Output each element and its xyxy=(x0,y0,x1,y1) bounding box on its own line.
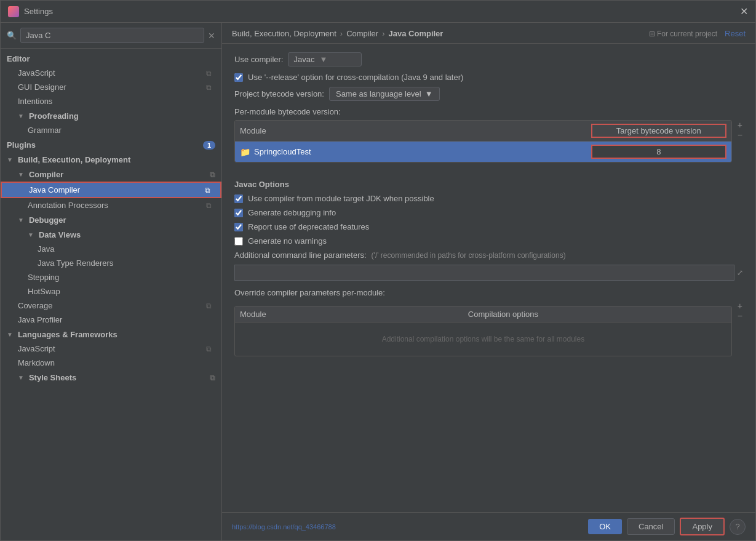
breadcrumb-build: Build, Execution, Deployment xyxy=(232,29,336,38)
ok-button[interactable]: OK xyxy=(588,519,622,534)
check2-label: Generate debugging info xyxy=(248,208,336,217)
table-header: Module Target bytecode version xyxy=(235,121,731,142)
sidebar-item-proofreading[interactable]: ▼ Proofreading xyxy=(1,108,221,123)
close-button[interactable]: ✕ xyxy=(740,6,748,17)
check1-checkbox[interactable] xyxy=(234,194,243,203)
target-cell[interactable]: 8 xyxy=(591,145,726,159)
sidebar-item-coverage[interactable]: Coverage ⧉ xyxy=(1,299,221,313)
check2-checkbox[interactable] xyxy=(234,209,243,217)
dropdown-arrow-icon: ▼ xyxy=(319,55,327,64)
sidebar-item-editor[interactable]: Editor xyxy=(1,51,221,66)
sidebar: 🔍 ✕ Editor JavaScript ⧉ GUI Designer ⧉ xyxy=(1,23,222,540)
additional-params-input[interactable] xyxy=(234,265,734,281)
sidebar-item-stepping[interactable]: Stepping xyxy=(1,270,221,284)
copy-icon-java-compiler: ⧉ xyxy=(205,186,210,194)
breadcrumb-compiler: Compiler xyxy=(346,29,378,38)
check2-row: Generate debugging info xyxy=(234,208,743,217)
module-table: Module Target bytecode version 📁 Springc… xyxy=(234,120,732,162)
triangle-ss-icon: ▼ xyxy=(18,374,24,381)
bytecode-version-row: Project bytecode version: Same as langua… xyxy=(234,87,743,101)
sidebar-item-java-profiler[interactable]: Java Profiler xyxy=(1,313,221,327)
breadcrumb-sep1: › xyxy=(340,29,343,38)
bytecode-arrow-icon: ▼ xyxy=(425,89,433,98)
release-option-row: Use '--release' option for cross-compila… xyxy=(234,73,743,82)
bytecode-value: Same as language level xyxy=(336,89,421,98)
sidebar-item-hotswap[interactable]: HotSwap xyxy=(1,284,221,299)
copy-icon: ⧉ xyxy=(206,69,212,78)
sidebar-item-style-sheets[interactable]: ▼ Style Sheets ⧉ xyxy=(1,370,221,385)
breadcrumb-sep2: › xyxy=(382,29,384,38)
triangle-languages-icon: ▼ xyxy=(7,331,13,338)
sidebar-item-debugger[interactable]: ▼ Debugger xyxy=(1,212,221,227)
ot-col-options: Compilation options xyxy=(468,310,726,319)
triangle-debugger-icon: ▼ xyxy=(18,217,24,223)
override-table-header: Module Compilation options xyxy=(235,307,731,323)
search-input[interactable] xyxy=(20,28,204,43)
per-module-label: Per-module bytecode version: xyxy=(234,107,743,116)
override-add-minus: + − xyxy=(737,301,743,321)
additional-params-hint: ('/' recommended in paths for cross-plat… xyxy=(372,251,566,260)
sidebar-item-annotation-processors[interactable]: Annotation Processors ⧉ xyxy=(1,198,221,212)
editor-label: Editor xyxy=(7,54,30,63)
copy-icon-coverage: ⧉ xyxy=(206,302,212,310)
help-button[interactable]: ? xyxy=(730,519,746,535)
check3-checkbox[interactable] xyxy=(234,223,243,231)
reset-link[interactable]: Reset xyxy=(725,29,746,38)
sidebar-item-build[interactable]: ▼ Build, Execution, Deployment xyxy=(1,152,221,167)
sidebar-item-java[interactable]: Java xyxy=(1,242,221,256)
project-icon: ⊟ xyxy=(649,30,655,38)
remove-override-button[interactable]: − xyxy=(737,311,743,321)
triangle-build-icon: ▼ xyxy=(7,156,13,163)
sidebar-scroll: Editor JavaScript ⧉ GUI Designer ⧉ Inten… xyxy=(1,49,221,540)
additional-params-label: Additional command line parameters: xyxy=(234,250,367,260)
panel-body: Use compiler: Javac ▼ Use '--release' op… xyxy=(222,44,755,512)
cancel-button[interactable]: Cancel xyxy=(627,518,675,535)
sidebar-item-languages[interactable]: ▼ Languages & Frameworks xyxy=(1,327,221,342)
sidebar-item-java-compiler[interactable]: Java Compiler ⧉ xyxy=(1,182,221,198)
apply-button[interactable]: Apply xyxy=(680,518,725,535)
search-clear-button[interactable]: ✕ xyxy=(208,31,215,41)
breadcrumb-java-compiler: Java Compiler xyxy=(389,29,444,38)
copy-icon-gui: ⧉ xyxy=(206,83,212,92)
sidebar-item-javascript2[interactable]: JavaScript ⧉ xyxy=(1,342,221,356)
bytecode-label: Project bytecode version: xyxy=(234,89,324,98)
sidebar-item-javascript[interactable]: JavaScript ⧉ xyxy=(1,66,221,80)
copy-icon-annotation: ⧉ xyxy=(206,201,212,210)
url-hint: https://blog.csdn.net/qq_43466788 xyxy=(232,523,336,531)
sidebar-item-grammar[interactable]: Grammar xyxy=(1,123,221,137)
override-empty-text: Additional compilation options will be t… xyxy=(235,323,731,356)
check4-label: Generate no warnings xyxy=(248,236,327,246)
bytecode-select[interactable]: Same as language level ▼ xyxy=(329,87,440,101)
ot-col-module: Module xyxy=(240,310,468,319)
right-panel: Build, Execution, Deployment › Compiler … xyxy=(222,23,755,540)
triangle-icon: ▼ xyxy=(18,113,24,119)
title-bar: Settings ✕ xyxy=(1,1,755,23)
for-current-project-text: ⊟ For current project xyxy=(649,30,717,38)
remove-module-button[interactable]: − xyxy=(737,130,743,140)
add-override-button[interactable]: + xyxy=(737,301,743,311)
check1-label: Use compiler from module target JDK when… xyxy=(248,194,434,203)
table-row[interactable]: 📁 SpringcloudTest 8 xyxy=(235,142,731,162)
check1-row: Use compiler from module target JDK when… xyxy=(234,194,743,203)
sidebar-item-data-views[interactable]: ▼ Data Views xyxy=(1,227,221,242)
panel-header-right: ⊟ For current project Reset xyxy=(649,29,746,38)
override-label: Override compiler parameters per-module: xyxy=(234,288,743,297)
sidebar-item-plugins[interactable]: Plugins 1 xyxy=(1,137,221,152)
expand-icon[interactable]: ⤢ xyxy=(737,268,743,277)
main-content: 🔍 ✕ Editor JavaScript ⧉ GUI Designer ⧉ xyxy=(1,23,755,540)
add-module-button[interactable]: + xyxy=(737,120,743,130)
sidebar-item-markdown[interactable]: Markdown xyxy=(1,356,221,370)
sidebar-item-gui-designer[interactable]: GUI Designer ⧉ xyxy=(1,80,221,94)
compiler-select[interactable]: Javac ▼ xyxy=(288,52,362,66)
search-bar: 🔍 ✕ xyxy=(1,23,221,49)
check4-checkbox[interactable] xyxy=(234,237,243,246)
sidebar-item-compiler[interactable]: ▼ Compiler ⧉ xyxy=(1,167,221,182)
check3-label: Report use of deprecated features xyxy=(248,222,369,231)
javac-options-section: Javac Options Use compiler from module t… xyxy=(234,180,743,356)
release-option-checkbox[interactable] xyxy=(234,73,243,82)
sidebar-item-java-type-renderers[interactable]: Java Type Renderers xyxy=(1,256,221,270)
sidebar-item-intentions[interactable]: Intentions xyxy=(1,94,221,108)
check4-row: Generate no warnings xyxy=(234,236,743,246)
breadcrumb: Build, Execution, Deployment › Compiler … xyxy=(232,29,443,38)
app-icon xyxy=(8,6,19,17)
